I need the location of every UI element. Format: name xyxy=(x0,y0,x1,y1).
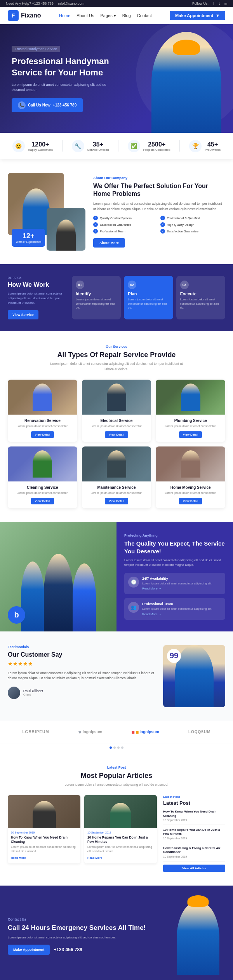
emergency-phone: +123 456 789 xyxy=(54,947,82,952)
top-bar: Need Any Help? +123 456 789 info@fixano.… xyxy=(0,0,233,7)
blog-main: 10 September 2019 How To Know When You N… xyxy=(8,795,157,872)
nav-home[interactable]: Home xyxy=(59,13,70,18)
step-card-2: 03 Execute Lorem ipsum dolor sit amet co… xyxy=(176,276,225,319)
about-btn[interactable]: About More xyxy=(93,238,125,248)
testimonials-title: Our Customer Say xyxy=(8,651,155,658)
q-feature-link-0[interactable]: Read More → xyxy=(142,587,212,590)
blog-read-more-0[interactable]: Read More xyxy=(11,856,26,860)
services-section: Our Services All Types Of Repair Service… xyxy=(0,331,233,522)
q-feature-desc-1: Lorem ipsum dolor sit amet consectetur a… xyxy=(142,607,212,611)
service-img-4 xyxy=(82,446,151,481)
service-btn-4[interactable]: View Detail xyxy=(105,498,128,504)
service-btn-5[interactable]: View Detail xyxy=(179,498,202,504)
blog-card-body-0: 10 September 2019 How To Know When You N… xyxy=(8,828,80,863)
service-card-5: Home Moving Service Lorem ipsum dolor si… xyxy=(156,446,225,509)
features-grid: ✓ Quality Control System ✓ Professional … xyxy=(93,216,225,234)
step-num-1: 02 xyxy=(128,281,136,289)
emergency-tag: Contact Us xyxy=(8,917,163,921)
stat-label-1: Service Offered xyxy=(87,148,109,152)
nav-cta-button[interactable]: Make Appointment ▼ xyxy=(170,11,225,20)
nav-pages[interactable]: Pages ▾ xyxy=(101,13,116,18)
navbar: F Fixano Home About Us Pages ▾ Blog Cont… xyxy=(0,7,233,24)
feature-item-1: ✓ Professional & Qualified xyxy=(160,216,226,220)
hero-title: Professional Handyman Service for Your H… xyxy=(12,56,113,78)
stat-icon-0: 😊 xyxy=(12,140,25,152)
feature-check-1: ✓ xyxy=(160,216,165,220)
service-body-5: Home Moving Service Lorem ipsum dolor si… xyxy=(156,481,225,509)
hero-cta-button[interactable]: 📞 Call Us Now +123 456 789 xyxy=(12,98,83,112)
author-name: Paul Gilbert xyxy=(23,689,43,693)
blog-card-1: 10 September 2019 10 Home Repairs You Ca… xyxy=(84,795,157,863)
blog-description: Lorem ipsum dolor sit amet consectetur a… xyxy=(49,782,184,788)
sidebar-cta-btn[interactable]: View All Articles xyxy=(163,865,225,872)
q-feature-link-1[interactable]: Read More → xyxy=(142,612,212,616)
feature-check-5: ✓ xyxy=(160,229,165,234)
emergency-section: Contact Us Call 24 Hours Emergency Servi… xyxy=(0,886,233,980)
blog-cards: 10 September 2019 How To Know When You N… xyxy=(8,795,157,863)
dot-3 xyxy=(121,746,123,749)
service-name-4: Maintenance Service xyxy=(86,485,148,490)
blog-header: Latest Post Most Popular Articles Lorem … xyxy=(8,766,225,788)
how-work-inner: 01 02 03 How We Work Lorem ipsum dolor s… xyxy=(8,276,225,319)
service-btn-2[interactable]: View Detail xyxy=(179,431,202,438)
blog-card-0: 10 September 2019 How To Know When You N… xyxy=(8,795,80,863)
logo[interactable]: F Fixano xyxy=(8,10,41,21)
service-btn-1[interactable]: View Detail xyxy=(105,431,128,438)
scene-4 xyxy=(82,446,151,481)
service-img-1 xyxy=(82,380,151,415)
stats-bar: 😊 1200+ Happy Customers 🔧 35+ Service Of… xyxy=(0,133,233,159)
scene-5 xyxy=(156,446,225,481)
social-icon-f[interactable]: f xyxy=(213,2,214,5)
stat-label-2: Projects Completed xyxy=(143,148,170,152)
emergency-image xyxy=(171,897,225,975)
services-grid: Renovation Service Lorem ipsum dolor sit… xyxy=(8,380,225,508)
service-btn-0[interactable]: View Detail xyxy=(31,431,54,438)
nav-contact[interactable]: Contact xyxy=(137,13,152,18)
stat-info-1: 35+ Service Offered xyxy=(87,141,109,152)
social-icon-in[interactable]: in xyxy=(224,2,227,5)
latest-post-date-1: 10 September 2019 xyxy=(163,837,225,840)
q-feature-title-0: 24/7 Availability xyxy=(142,577,212,581)
top-bar-follow: Follow Us: xyxy=(192,2,209,5)
how-work-steps: 01 Identify Lorem ipsum dolor sit amet c… xyxy=(72,276,225,319)
feature-item-3: ✓ High Quality Design xyxy=(160,222,226,227)
stars: ★★★★★ xyxy=(8,661,155,667)
latest-post-1: 10 Home Repairs You Can Do in Just a Few… xyxy=(163,828,225,843)
author-role: Client xyxy=(23,693,43,696)
sidebar-title: Latest Post xyxy=(163,800,225,806)
services-title: All Types Of Repair Service Provide xyxy=(8,351,225,359)
social-icon-t[interactable]: t xyxy=(219,2,220,5)
latest-post-date-2: 10 September 2019 xyxy=(163,855,225,858)
blog-read-more-1[interactable]: Read More xyxy=(87,856,102,860)
logo-text: Fixano xyxy=(21,12,41,19)
nav-blog[interactable]: Blog xyxy=(122,13,131,18)
blog-card-desc-1: Lorem ipsum dolor sit amet consectetur a… xyxy=(87,845,154,853)
scene-2 xyxy=(156,380,225,415)
how-work-btn[interactable]: View Service xyxy=(8,310,38,319)
testimonials-tag: Testimonials xyxy=(8,645,155,649)
feature-check-4: ✓ xyxy=(93,229,98,234)
blog-inner: 10 September 2019 How To Know When You N… xyxy=(8,795,225,872)
service-desc-0: Lorem ipsum dolor sit amet consectetur. xyxy=(12,424,73,429)
hero-description: Lorem ipsum dolor sit amet consectetur a… xyxy=(12,82,113,93)
services-header: Our Services All Types Of Repair Service… xyxy=(8,345,225,372)
emergency-btn[interactable]: Make Appointment xyxy=(8,945,50,955)
emergency-actions: Make Appointment +123 456 789 xyxy=(8,945,163,955)
feature-label-3: High Quality Design xyxy=(167,223,195,227)
nav-about[interactable]: About Us xyxy=(77,13,94,18)
step-title-1: Plan xyxy=(128,291,169,296)
service-img-0 xyxy=(8,380,77,415)
quality-description: Lorem ipsum dolor sit amet consectetur a… xyxy=(124,558,225,567)
blog-date-0: 10 September 2019 xyxy=(11,831,77,834)
q-feature-icon-1: 👥 xyxy=(128,602,139,613)
feature-check-0: ✓ xyxy=(93,216,98,220)
scene-3 xyxy=(8,446,77,481)
service-name-1: Electrical Service xyxy=(86,419,148,423)
service-btn-3[interactable]: View Detail xyxy=(31,498,54,504)
blog-sidebar: Latest Post Latest Post How To Know When… xyxy=(163,795,225,872)
how-work-left: 01 02 03 How We Work Lorem ipsum dolor s… xyxy=(8,276,66,319)
blog-section: Latest Post Most Popular Articles Lorem … xyxy=(0,752,233,886)
test-num: 99 xyxy=(167,649,181,663)
about-badge-text: Years of Experienced xyxy=(16,240,41,244)
feature-label-5: Satisfaction Guarantee xyxy=(167,230,198,233)
